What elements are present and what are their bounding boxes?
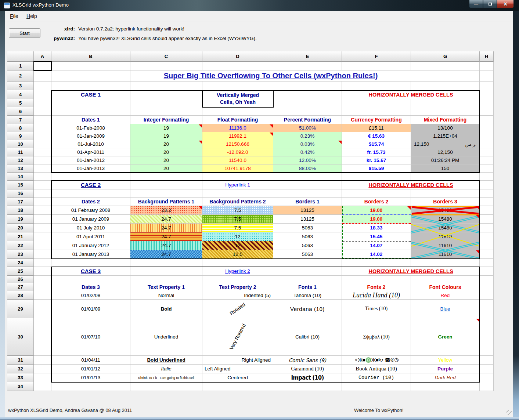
- cell-A7[interactable]: [34, 116, 51, 124]
- cell-D30[interactable]: Very Rotated: [202, 318, 273, 356]
- cell-F29[interactable]: Times (10): [342, 300, 411, 318]
- cell-E3[interactable]: [273, 82, 342, 90]
- cell-C25[interactable]: [130, 267, 202, 276]
- cell-F17[interactable]: Borders 2: [342, 198, 411, 206]
- cell-C23[interactable]: 24.7: [130, 250, 202, 259]
- cell-D27[interactable]: Text Property 2: [202, 283, 273, 291]
- cell-G33[interactable]: Dark Red: [411, 373, 480, 382]
- cell-H12[interactable]: [480, 156, 494, 164]
- cell-A12[interactable]: [34, 156, 51, 164]
- cell-F18[interactable]: 19.00: [342, 206, 411, 215]
- cell-F6[interactable]: [342, 107, 411, 116]
- cell-F21[interactable]: 15.45: [342, 232, 411, 241]
- cell-G31[interactable]: Yellow: [411, 356, 480, 365]
- cell-F34[interactable]: [342, 382, 411, 391]
- big-title-cell[interactable]: Super Big Title Overflowing To Other Cel…: [130, 70, 411, 82]
- cell-G10[interactable]: 12,150ر.س.: [411, 140, 480, 148]
- cell-D11[interactable]: -12,092.0: [202, 148, 273, 156]
- row-header-13[interactable]: 13: [7, 164, 34, 173]
- cell-D32[interactable]: Left Aligned: [202, 365, 273, 373]
- cell-G3[interactable]: [411, 82, 480, 90]
- cell-D10[interactable]: 12150.666: [202, 140, 273, 148]
- cell-E29[interactable]: Verdana (10): [273, 300, 342, 318]
- cell-D1[interactable]: [202, 62, 273, 70]
- close-button[interactable]: ✕: [497, 0, 514, 8]
- row-header-2[interactable]: 2: [7, 70, 34, 82]
- menu-help[interactable]: Help: [23, 11, 40, 22]
- cell-E16[interactable]: [273, 189, 342, 198]
- cell-G7[interactable]: Mixed Formatting: [411, 116, 480, 124]
- cell-B18[interactable]: 01 February 2008: [51, 206, 130, 215]
- cell-B2[interactable]: [51, 70, 130, 82]
- cell-B26[interactable]: [51, 276, 130, 283]
- cell-D24[interactable]: [202, 259, 273, 267]
- cell-A21[interactable]: [34, 232, 51, 241]
- cell-E27[interactable]: Fonts 1: [273, 283, 342, 291]
- cell-B23[interactable]: 01 January 2013: [51, 250, 130, 259]
- cell-B8[interactable]: 01-Feb-2008: [51, 124, 130, 132]
- cell-E28[interactable]: Tahoma (10): [273, 291, 342, 300]
- cell-H9[interactable]: [480, 132, 494, 140]
- row-header-29[interactable]: 29: [7, 300, 34, 318]
- cell-A6[interactable]: [34, 107, 51, 116]
- cell-A33[interactable]: [34, 373, 51, 382]
- cell-E22[interactable]: 5063: [273, 241, 342, 250]
- cell-H10[interactable]: [480, 140, 494, 148]
- cell-A31[interactable]: [34, 356, 51, 365]
- cell-G29[interactable]: Blue: [411, 300, 480, 318]
- cell-F28[interactable]: Lucida Hand (10): [342, 291, 411, 300]
- cell-B4[interactable]: CASE 1: [51, 90, 130, 99]
- resize-grip[interactable]: [507, 410, 512, 415]
- cell-B14[interactable]: [51, 173, 130, 181]
- cell-C4[interactable]: [130, 90, 202, 99]
- cell-G26[interactable]: [411, 276, 480, 283]
- row-header-25[interactable]: 25: [7, 267, 34, 276]
- cell-A15[interactable]: [34, 181, 51, 189]
- row-header-11[interactable]: 11: [7, 148, 34, 156]
- cell-G12[interactable]: 01:26:24 PM: [411, 156, 480, 164]
- row-header-5[interactable]: 5: [7, 99, 34, 107]
- cell-B12[interactable]: 01-Jan-2012: [51, 156, 130, 164]
- cell-F19[interactable]: 19.00: [342, 215, 411, 224]
- cell-G14[interactable]: [411, 173, 480, 181]
- cell-B19[interactable]: 01 January 2009: [51, 215, 130, 224]
- start-button[interactable]: Start: [9, 28, 40, 38]
- row-header-9[interactable]: 9: [7, 132, 34, 140]
- row-header-12[interactable]: 12: [7, 156, 34, 164]
- grid-corner[interactable]: [7, 51, 34, 62]
- col-header-C[interactable]: C: [130, 51, 202, 62]
- vertical-merged-cell[interactable]: Vertically Merged Cells, Oh Yeah: [202, 90, 274, 108]
- row-header-14[interactable]: 14: [7, 173, 34, 181]
- row-header-28[interactable]: 28: [7, 291, 34, 300]
- cell-E33[interactable]: Impact (10): [273, 373, 342, 382]
- cell-B1[interactable]: [51, 62, 130, 70]
- cell-F5[interactable]: [342, 99, 411, 107]
- row-header-15[interactable]: 15: [7, 181, 34, 189]
- cell-H21[interactable]: [480, 232, 494, 241]
- cell-A32[interactable]: [34, 365, 51, 373]
- cell-B10[interactable]: 01-Jul-2010: [51, 140, 130, 148]
- cell-D22[interactable]: 12: [202, 241, 273, 250]
- col-header-D[interactable]: D: [202, 51, 273, 62]
- cell-C1[interactable]: [130, 62, 202, 70]
- col-header-G[interactable]: G: [411, 51, 480, 62]
- cell-E4[interactable]: [273, 90, 342, 99]
- cell-C20[interactable]: 24.7: [130, 224, 202, 232]
- cell-B29[interactable]: 01/01/09: [51, 300, 130, 318]
- row-header-26[interactable]: 26: [7, 276, 34, 283]
- cell-H26[interactable]: [480, 276, 494, 283]
- cell-H32[interactable]: [480, 365, 494, 373]
- row-header-30[interactable]: 30: [7, 318, 34, 356]
- cell-F27[interactable]: Fonts 2: [342, 283, 411, 291]
- cell-B34[interactable]: [51, 382, 130, 391]
- cell-F9[interactable]: € 15.63: [342, 132, 411, 140]
- cell-D16[interactable]: [202, 189, 273, 198]
- cell-H19[interactable]: [480, 215, 494, 224]
- title-bar[interactable]: XLSGrid wxPython Demo — ✕: [0, 0, 519, 11]
- cell-D28[interactable]: Indented (5): [202, 291, 273, 300]
- cell-E18[interactable]: 13125: [273, 206, 342, 215]
- cell-B5[interactable]: [51, 99, 130, 107]
- cell-F3[interactable]: [342, 82, 411, 90]
- row-header-19[interactable]: 19: [7, 215, 34, 224]
- cell-G1[interactable]: [411, 62, 480, 70]
